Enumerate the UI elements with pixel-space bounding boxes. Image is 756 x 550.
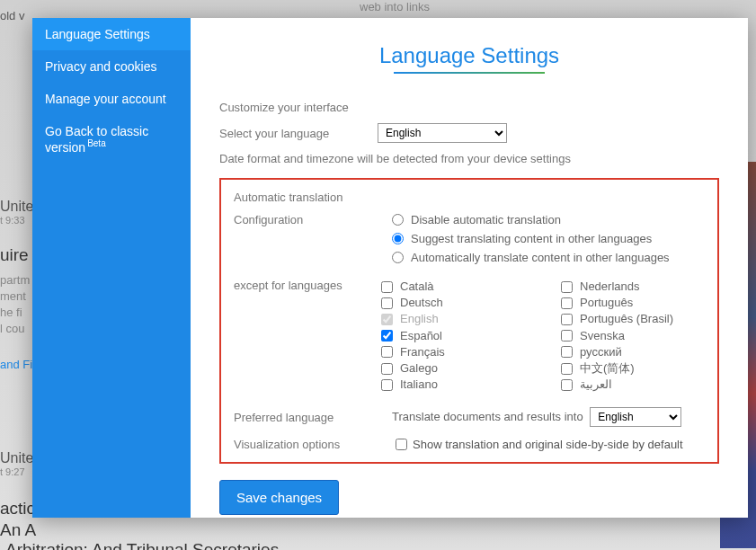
settings-modal: Language Settings Privacy and cookies Ma…: [32, 18, 748, 518]
language-option[interactable]: Español: [381, 328, 525, 344]
bg-text: Unite: [0, 196, 33, 217]
language-option[interactable]: Français: [381, 344, 525, 360]
configuration-label: Configuration: [234, 213, 392, 226]
select-language-label: Select your language: [219, 127, 378, 140]
radio-disable[interactable]: Disable automatic translation: [392, 213, 705, 226]
except-languages-label: except for languages: [234, 279, 381, 292]
language-option[interactable]: Galego: [381, 360, 525, 377]
sidebar-item-privacy[interactable]: Privacy and cookies: [32, 50, 191, 83]
bg-text: partm: [0, 271, 30, 289]
language-label: Español: [400, 328, 442, 344]
customize-heading: Customize your interface: [219, 101, 719, 114]
language-checkbox[interactable]: [561, 281, 573, 293]
bg-text: t 9:27: [0, 465, 25, 480]
save-button[interactable]: Save changes: [219, 480, 339, 515]
language-label: Italiano: [400, 377, 438, 393]
bg-text: l cou: [0, 320, 24, 338]
language-checkbox[interactable]: [381, 379, 393, 391]
language-checkbox[interactable]: [561, 363, 573, 375]
radio-suggest-input[interactable]: [392, 233, 404, 244]
bg-text: actic: [0, 496, 35, 522]
bg-text: web into links: [360, 0, 430, 16]
language-option[interactable]: Nederlands: [561, 279, 705, 295]
radio-suggest[interactable]: Suggest translating content in other lan…: [392, 232, 705, 245]
bg-text: ment: [0, 288, 26, 306]
sidebar-item-label: Manage your account: [45, 92, 166, 106]
language-option[interactable]: Português: [561, 295, 705, 311]
side-by-side-label: Show translation and original side-by-si…: [413, 438, 683, 451]
interface-language-select[interactable]: English: [378, 123, 507, 143]
title-underline: [394, 72, 545, 74]
language-label: Português (Brasil): [580, 311, 673, 327]
language-label: Português: [580, 295, 633, 311]
side-by-side-checkbox[interactable]: [396, 439, 407, 450]
language-option[interactable]: Deutsch: [381, 295, 525, 311]
bg-text: An A: [0, 518, 36, 544]
language-checkbox[interactable]: [381, 330, 393, 342]
language-label: Français: [400, 344, 445, 360]
radio-label: Disable automatic translation: [411, 213, 561, 226]
language-option[interactable]: Português (Brasil): [561, 311, 705, 327]
language-checkbox: [381, 314, 393, 325]
language-option[interactable]: العربية: [561, 377, 705, 393]
language-option[interactable]: 中文(简体): [561, 360, 705, 377]
language-label: русский: [580, 344, 622, 360]
language-label: Galego: [400, 360, 438, 377]
sidebar-item-account[interactable]: Manage your account: [32, 83, 191, 115]
language-column-left: CatalàDeutschEnglishEspañolFrançaisGaleg…: [381, 279, 525, 393]
radio-label: Automatically translate content in other…: [411, 251, 670, 264]
page-title: Language Settings: [219, 43, 719, 68]
sidebar-item-classic-version[interactable]: Go Back to classic versionBeta: [32, 115, 191, 164]
language-checkbox[interactable]: [381, 346, 393, 358]
date-timezone-note: Date format and timezone will be detecte…: [219, 152, 719, 165]
beta-badge: Beta: [87, 138, 106, 148]
language-option: English: [381, 311, 525, 327]
bg-text: uire: [0, 243, 29, 269]
translate-into-select[interactable]: English: [590, 407, 681, 427]
bg-text: he fi: [0, 304, 22, 322]
language-label: العربية: [580, 377, 612, 393]
bg-text: t 9:33: [0, 213, 25, 228]
language-option[interactable]: русский: [561, 344, 705, 360]
bg-text: old v: [0, 7, 24, 25]
bg-text: Unite: [0, 448, 33, 469]
language-label: Nederlands: [580, 279, 640, 295]
radio-label: Suggest translating content in other lan…: [411, 232, 652, 245]
auto-translation-title: Automatic translation: [234, 191, 705, 204]
language-checkbox[interactable]: [561, 379, 573, 391]
visualization-label: Visualization options: [234, 438, 392, 451]
bg-text: Arbitration: And Tribunal Secretaries: [5, 537, 279, 550]
language-label: 中文(简体): [580, 360, 635, 377]
sidebar-item-language-settings[interactable]: Language Settings: [32, 18, 191, 50]
language-checkbox[interactable]: [381, 297, 393, 309]
language-column-right: NederlandsPortuguêsPortuguês (Brasil)Sve…: [561, 279, 705, 393]
language-option[interactable]: Svenska: [561, 328, 705, 344]
auto-translation-box: Automatic translation Configuration Disa…: [219, 178, 719, 464]
language-label: Svenska: [580, 328, 625, 344]
radio-disable-input[interactable]: [392, 214, 404, 226]
language-checkbox[interactable]: [561, 330, 573, 342]
sidebar-item-label: Language Settings: [45, 27, 150, 41]
language-checkbox[interactable]: [381, 363, 393, 375]
settings-content: Language Settings Customize your interfa…: [191, 18, 748, 518]
language-label: Català: [400, 279, 434, 295]
sidebar-item-label: Privacy and cookies: [45, 59, 157, 74]
preferred-language-label: Preferred language: [234, 411, 392, 424]
language-checkbox[interactable]: [561, 346, 573, 358]
radio-auto[interactable]: Automatically translate content in other…: [392, 251, 705, 264]
language-checkbox[interactable]: [561, 297, 573, 309]
radio-auto-input[interactable]: [392, 252, 404, 263]
language-option[interactable]: Català: [381, 279, 525, 295]
language-option[interactable]: Italiano: [381, 377, 525, 393]
settings-sidebar: Language Settings Privacy and cookies Ma…: [32, 18, 191, 518]
language-label: Deutsch: [400, 295, 443, 311]
language-label: English: [400, 311, 439, 327]
translate-into-label: Translate documents and results into: [392, 410, 583, 423]
bg-text: and Fi: [0, 356, 32, 374]
language-checkbox[interactable]: [381, 281, 393, 293]
language-checkbox[interactable]: [561, 314, 573, 325]
